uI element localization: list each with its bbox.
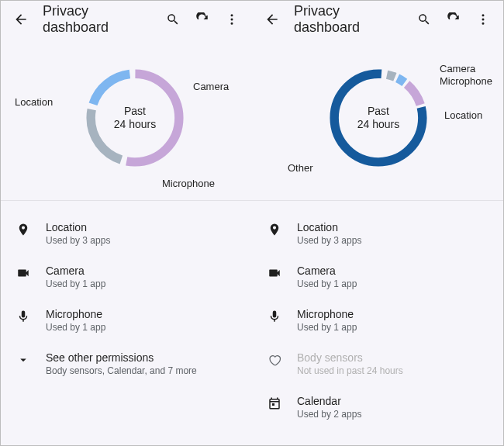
overflow-button[interactable] — [471, 7, 495, 32]
permission-list: LocationUsed by 3 apps CameraUsed by 1 a… — [1, 201, 252, 396]
chart-label-other: Other — [288, 162, 313, 174]
page-title: Privacy dashboard — [294, 3, 407, 36]
mic-icon — [268, 309, 281, 323]
refresh-icon — [195, 12, 209, 26]
permission-row-location[interactable]: LocationUsed by 3 apps — [252, 212, 503, 255]
chart-label-microphone: Microphone — [440, 75, 492, 87]
chart-label-camera: Camera — [440, 63, 475, 74]
overflow-button[interactable] — [219, 7, 244, 32]
chart-label-microphone: Microphone — [162, 178, 215, 189]
search-icon — [417, 12, 431, 26]
permission-row-microphone[interactable]: MicrophoneUsed by 1 app — [1, 299, 252, 342]
search-button[interactable] — [161, 7, 185, 32]
heart-icon — [268, 353, 281, 367]
location-icon — [16, 223, 30, 237]
refresh-button[interactable] — [190, 7, 215, 32]
camera-icon — [268, 266, 281, 280]
refresh-icon — [447, 12, 461, 26]
chart-label-camera: Camera — [193, 81, 229, 92]
search-button[interactable] — [412, 7, 437, 32]
back-icon — [264, 12, 280, 27]
permission-row-microphone[interactable]: MicrophoneUsed by 1 app — [252, 299, 503, 342]
search-icon — [166, 12, 180, 26]
permission-row-camera[interactable]: CameraUsed by 1 app — [1, 255, 252, 299]
page-title: Privacy dashboard — [43, 3, 156, 36]
chart-label-location: Location — [444, 109, 482, 121]
mic-icon — [16, 309, 30, 323]
app-bar: Privacy dashboard — [1, 1, 252, 38]
permission-row-camera[interactable]: CameraUsed by 1 app — [252, 255, 503, 299]
refresh-button[interactable] — [441, 7, 466, 32]
chart-label-location: Location — [15, 96, 53, 108]
back-button[interactable] — [260, 7, 285, 32]
usage-donut-chart: Past 24 hours Location Camera Microphone — [1, 38, 252, 201]
donut-center-label: Past 24 hours — [320, 60, 437, 176]
permission-row-location[interactable]: LocationUsed by 3 apps — [1, 212, 252, 255]
more-icon — [476, 12, 490, 26]
donut-center-label: Past 24 hours — [77, 60, 193, 176]
calendar-icon — [268, 396, 281, 410]
privacy-dashboard-expanded: Privacy dashboard Past 24 hours Camera M… — [252, 1, 503, 445]
back-button[interactable] — [9, 7, 33, 32]
back-icon — [13, 12, 29, 27]
more-icon — [225, 12, 239, 26]
camera-icon — [16, 266, 30, 280]
privacy-dashboard-collapsed: Privacy dashboard Past 24 hours Location… — [1, 1, 252, 445]
chevron-down-icon — [16, 353, 30, 367]
see-other-permissions[interactable]: See other permissionsBody sensors, Calen… — [1, 342, 252, 385]
usage-donut-chart: Past 24 hours Camera Microphone Location… — [252, 38, 503, 201]
permission-row-body-sensors: Body sensorsNot used in past 24 hours — [252, 342, 503, 385]
permission-list: LocationUsed by 3 apps CameraUsed by 1 a… — [252, 201, 503, 440]
app-bar: Privacy dashboard — [252, 1, 503, 38]
permission-row-calendar[interactable]: CalendarUsed by 2 apps — [252, 385, 503, 429]
location-icon — [268, 223, 281, 237]
